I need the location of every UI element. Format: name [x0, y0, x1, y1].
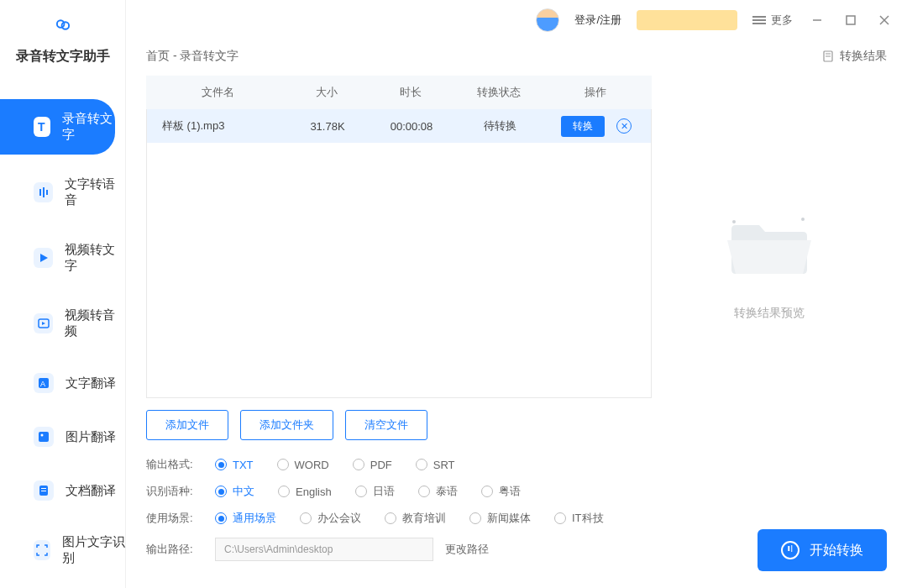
empty-folder-icon: [719, 207, 820, 282]
cell-name: 样板 (1).mp3: [147, 118, 290, 134]
promo-badge[interactable]: [637, 10, 737, 30]
main-area: 首页 - 录音转文字 转换结果 文件名 大小 时长 转换状态 操作 样板 (1)…: [126, 40, 907, 588]
image-translate-icon: [34, 427, 54, 447]
close-button[interactable]: [875, 11, 894, 29]
path-label: 输出路径:: [146, 542, 202, 557]
nav-doc-translate[interactable]: 文档翻译: [0, 469, 125, 512]
cell-duration: 00:00:08: [365, 120, 458, 133]
app-logo-icon: [46, 17, 80, 33]
clear-files-button[interactable]: 清空文件: [345, 410, 427, 440]
lang-jp[interactable]: 日语: [355, 484, 395, 499]
svg-rect-5: [46, 190, 48, 195]
nav-video-to-text[interactable]: 视频转文字: [0, 230, 125, 286]
results-link[interactable]: 转换结果: [821, 49, 887, 64]
lang-label: 识别语种:: [146, 484, 202, 499]
nav-label: 文字转语音: [65, 176, 125, 208]
login-link[interactable]: 登录/注册: [574, 13, 621, 28]
nav-label: 文字翻译: [66, 375, 116, 391]
nav-image-translate[interactable]: 图片翻译: [0, 415, 125, 459]
video-audio-icon: [34, 313, 53, 333]
preview-pane: 转换结果预览: [652, 76, 887, 452]
hamburger-icon: [752, 14, 766, 26]
svg-rect-13: [41, 491, 46, 491]
convert-icon: [781, 541, 800, 559]
svg-point-22: [801, 218, 805, 221]
lang-row: 识别语种: 中文 English 日语 泰语 粤语: [146, 484, 887, 499]
lang-yue[interactable]: 粤语: [481, 484, 521, 499]
nav-video-to-audio[interactable]: 视频转音频: [0, 296, 125, 351]
remove-icon[interactable]: ✕: [616, 118, 632, 134]
path-input[interactable]: [215, 538, 433, 561]
svg-rect-9: [39, 432, 49, 442]
nav-label: 文档翻译: [66, 483, 116, 499]
voice-icon: [34, 182, 53, 202]
table-body: 样板 (1).mp3 31.78K 00:00:08 待转换 转换 ✕: [146, 109, 652, 398]
table-header: 文件名 大小 时长 转换状态 操作: [146, 76, 652, 109]
format-txt[interactable]: TXT: [215, 459, 254, 471]
col-filename: 文件名: [146, 85, 289, 100]
document-icon: [821, 50, 835, 63]
start-convert-button[interactable]: 开始转换: [758, 529, 887, 571]
breadcrumb-row: 首页 - 录音转文字 转换结果: [126, 40, 907, 76]
titlebar: 登录/注册 更多: [126, 0, 907, 40]
nav-ocr[interactable]: 图片文字识别: [0, 522, 125, 578]
nav-audio-to-text[interactable]: T录音转文字: [0, 99, 115, 155]
svg-rect-3: [39, 189, 41, 196]
svg-point-1: [61, 22, 69, 29]
add-folder-button[interactable]: 添加文件夹: [240, 410, 333, 440]
svg-text:A: A: [40, 380, 45, 388]
play-icon: [34, 248, 53, 268]
col-duration: 时长: [364, 85, 457, 100]
file-table-section: 文件名 大小 时长 转换状态 操作 样板 (1).mp3 31.78K 00:0…: [146, 76, 652, 452]
scene-it[interactable]: IT科技: [554, 511, 604, 526]
col-status: 转换状态: [457, 85, 541, 100]
action-buttons: 添加文件 添加文件夹 清空文件: [146, 398, 652, 452]
app-title: 录音转文字助手: [16, 48, 110, 66]
nav-label: 视频转音频: [65, 307, 125, 339]
nav-label: 图片文字识别: [62, 534, 125, 566]
cell-op: 转换 ✕: [542, 116, 651, 137]
nav-text-translate[interactable]: A文字翻译: [0, 361, 125, 405]
svg-point-10: [41, 434, 44, 437]
svg-rect-4: [43, 187, 45, 197]
minimize-button[interactable]: [808, 11, 826, 29]
nav-text-to-speech[interactable]: 文字转语音: [0, 165, 125, 220]
format-word[interactable]: WORD: [277, 459, 329, 471]
format-pdf[interactable]: PDF: [353, 459, 392, 471]
nav-label: 视频转文字: [65, 242, 125, 274]
sidebar: 录音转文字助手 T录音转文字 文字转语音 视频转文字 视频转音频 A文字翻译 图…: [0, 0, 126, 588]
preview-text: 转换结果预览: [734, 306, 805, 321]
main: 登录/注册 更多 首页 - 录音转文字 转换结果 文件名 大小 时长 转换状态 …: [126, 0, 907, 588]
scan-icon: [34, 540, 50, 560]
scene-general[interactable]: 通用场景: [215, 511, 276, 526]
table-row[interactable]: 样板 (1).mp3 31.78K 00:00:08 待转换 转换 ✕: [147, 109, 651, 143]
more-button[interactable]: 更多: [752, 13, 793, 28]
format-label: 输出格式:: [146, 457, 202, 472]
scene-meeting[interactable]: 办公会议: [300, 511, 361, 526]
text-icon: T: [34, 117, 50, 137]
scene-education[interactable]: 教育培训: [385, 511, 446, 526]
nav-list: T录音转文字 文字转语音 视频转文字 视频转音频 A文字翻译 图片翻译 文档翻译…: [0, 99, 125, 588]
scene-news[interactable]: 新闻媒体: [469, 511, 531, 526]
format-row: 输出格式: TXT WORD PDF SRT: [146, 457, 887, 472]
content: 文件名 大小 时长 转换状态 操作 样板 (1).mp3 31.78K 00:0…: [126, 76, 907, 452]
breadcrumb: 首页 - 录音转文字: [146, 49, 239, 64]
format-srt[interactable]: SRT: [416, 459, 455, 471]
cell-status: 待转换: [458, 118, 542, 134]
lang-zh[interactable]: 中文: [215, 484, 254, 499]
change-path-link[interactable]: 更改路径: [445, 542, 489, 557]
lang-th[interactable]: 泰语: [418, 484, 458, 499]
avatar-icon[interactable]: [536, 8, 559, 32]
nav-label: 录音转文字: [62, 111, 115, 143]
cell-size: 31.78K: [290, 120, 365, 133]
svg-rect-12: [41, 488, 46, 489]
lang-en[interactable]: English: [278, 486, 332, 498]
nav-label: 图片翻译: [66, 429, 116, 445]
maximize-button[interactable]: [841, 11, 860, 29]
add-file-button[interactable]: 添加文件: [146, 410, 228, 440]
doc-icon: [34, 480, 54, 501]
svg-point-0: [56, 20, 64, 28]
convert-button[interactable]: 转换: [561, 116, 605, 137]
svg-rect-15: [847, 16, 855, 24]
col-size: 大小: [289, 85, 364, 100]
